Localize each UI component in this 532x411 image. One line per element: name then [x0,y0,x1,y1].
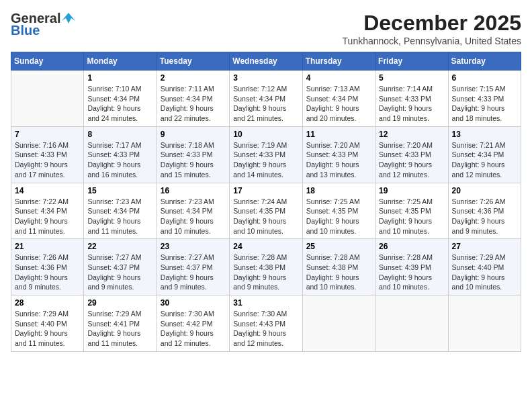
page-title: December 2025 [343,11,521,36]
calendar-cell: 16Sunrise: 7:23 AM Sunset: 4:34 PM Dayli… [157,183,229,239]
day-number: 21 [15,242,80,251]
calendar-cell [302,295,375,352]
logo-bird-icon [62,11,75,25]
calendar-week-row: 7Sunrise: 7:16 AM Sunset: 4:33 PM Daylig… [11,126,521,183]
calendar-header-row: SundayMondayTuesdayWednesdayThursdayFrid… [11,52,521,71]
day-info: Sunrise: 7:19 AM Sunset: 4:33 PM Dayligh… [233,140,298,180]
day-info: Sunrise: 7:10 AM Sunset: 4:34 PM Dayligh… [87,84,152,124]
calendar-cell: 19Sunrise: 7:25 AM Sunset: 4:35 PM Dayli… [375,183,448,239]
day-info: Sunrise: 7:27 AM Sunset: 4:37 PM Dayligh… [87,253,152,292]
day-info: Sunrise: 7:26 AM Sunset: 4:36 PM Dayligh… [452,197,517,236]
day-number: 29 [87,298,152,308]
day-info: Sunrise: 7:27 AM Sunset: 4:37 PM Dayligh… [161,253,226,292]
day-info: Sunrise: 7:18 AM Sunset: 4:33 PM Dayligh… [161,140,226,180]
day-number: 13 [452,130,517,139]
logo: General Blue [11,11,75,38]
day-info: Sunrise: 7:17 AM Sunset: 4:33 PM Dayligh… [87,140,152,180]
day-number: 11 [306,130,371,139]
day-info: Sunrise: 7:29 AM Sunset: 4:40 PM Dayligh… [15,309,80,349]
calendar-cell: 2Sunrise: 7:11 AM Sunset: 4:34 PM Daylig… [157,71,229,127]
calendar-cell: 6Sunrise: 7:15 AM Sunset: 4:33 PM Daylig… [448,71,521,127]
day-number: 30 [161,298,226,308]
day-number: 9 [161,130,226,139]
day-info: Sunrise: 7:30 AM Sunset: 4:42 PM Dayligh… [161,309,226,349]
day-info: Sunrise: 7:24 AM Sunset: 4:35 PM Dayligh… [233,197,298,236]
calendar-cell: 9Sunrise: 7:18 AM Sunset: 4:33 PM Daylig… [157,126,229,183]
calendar-cell [448,295,521,352]
day-info: Sunrise: 7:29 AM Sunset: 4:40 PM Dayligh… [452,253,517,292]
day-number: 10 [233,130,298,139]
calendar-cell: 22Sunrise: 7:27 AM Sunset: 4:37 PM Dayli… [84,239,157,295]
day-info: Sunrise: 7:11 AM Sunset: 4:34 PM Dayligh… [161,84,226,124]
day-number: 22 [87,242,152,251]
page-subtitle: Tunkhannock, Pennsylvania, United States [343,36,521,46]
day-number: 4 [306,73,371,83]
day-info: Sunrise: 7:28 AM Sunset: 4:39 PM Dayligh… [379,253,444,292]
day-number: 27 [452,242,517,251]
day-number: 1 [87,73,152,83]
calendar-cell: 27Sunrise: 7:29 AM Sunset: 4:40 PM Dayli… [448,239,521,295]
calendar-week-row: 1Sunrise: 7:10 AM Sunset: 4:34 PM Daylig… [11,71,521,127]
day-info: Sunrise: 7:28 AM Sunset: 4:38 PM Dayligh… [233,253,298,292]
calendar-cell: 18Sunrise: 7:25 AM Sunset: 4:35 PM Dayli… [302,183,375,239]
calendar-cell: 23Sunrise: 7:27 AM Sunset: 4:37 PM Dayli… [157,239,229,295]
calendar-cell: 26Sunrise: 7:28 AM Sunset: 4:39 PM Dayli… [375,239,448,295]
day-number: 7 [15,130,80,139]
calendar-cell: 10Sunrise: 7:19 AM Sunset: 4:33 PM Dayli… [230,126,302,183]
day-info: Sunrise: 7:16 AM Sunset: 4:33 PM Dayligh… [15,140,80,180]
day-number: 14 [15,186,80,195]
day-number: 8 [87,130,152,139]
day-number: 6 [452,73,517,83]
calendar-cell: 11Sunrise: 7:20 AM Sunset: 4:33 PM Dayli… [302,126,375,183]
day-number: 15 [87,186,152,195]
calendar-cell: 5Sunrise: 7:14 AM Sunset: 4:33 PM Daylig… [375,71,448,127]
day-info: Sunrise: 7:30 AM Sunset: 4:43 PM Dayligh… [233,309,298,349]
calendar-cell: 17Sunrise: 7:24 AM Sunset: 4:35 PM Dayli… [230,183,302,239]
col-header-friday: Friday [375,52,448,71]
calendar-cell: 25Sunrise: 7:28 AM Sunset: 4:38 PM Dayli… [302,239,375,295]
day-number: 5 [379,73,444,83]
day-info: Sunrise: 7:25 AM Sunset: 4:35 PM Dayligh… [306,197,371,236]
calendar-cell: 20Sunrise: 7:26 AM Sunset: 4:36 PM Dayli… [448,183,521,239]
col-header-sunday: Sunday [11,52,84,71]
calendar-cell: 1Sunrise: 7:10 AM Sunset: 4:34 PM Daylig… [84,71,157,127]
calendar-cell: 7Sunrise: 7:16 AM Sunset: 4:33 PM Daylig… [11,126,84,183]
day-info: Sunrise: 7:26 AM Sunset: 4:36 PM Dayligh… [15,253,80,292]
col-header-wednesday: Wednesday [230,52,302,71]
calendar-cell: 14Sunrise: 7:22 AM Sunset: 4:34 PM Dayli… [11,183,84,239]
day-number: 26 [379,242,444,251]
calendar-cell: 21Sunrise: 7:26 AM Sunset: 4:36 PM Dayli… [11,239,84,295]
day-info: Sunrise: 7:20 AM Sunset: 4:33 PM Dayligh… [306,140,371,180]
day-info: Sunrise: 7:29 AM Sunset: 4:41 PM Dayligh… [87,309,152,349]
day-info: Sunrise: 7:20 AM Sunset: 4:33 PM Dayligh… [379,140,444,180]
calendar-cell: 3Sunrise: 7:12 AM Sunset: 4:34 PM Daylig… [230,71,302,127]
day-info: Sunrise: 7:15 AM Sunset: 4:33 PM Dayligh… [452,84,517,124]
day-info: Sunrise: 7:12 AM Sunset: 4:34 PM Dayligh… [233,84,298,124]
day-number: 23 [161,242,226,251]
day-info: Sunrise: 7:23 AM Sunset: 4:34 PM Dayligh… [87,197,152,236]
title-block: December 2025 Tunkhannock, Pennsylvania,… [343,11,521,46]
day-info: Sunrise: 7:14 AM Sunset: 4:33 PM Dayligh… [379,84,444,124]
day-info: Sunrise: 7:28 AM Sunset: 4:38 PM Dayligh… [306,253,371,292]
col-header-saturday: Saturday [448,52,521,71]
calendar-cell: 29Sunrise: 7:29 AM Sunset: 4:41 PM Dayli… [84,295,157,352]
day-info: Sunrise: 7:22 AM Sunset: 4:34 PM Dayligh… [15,197,80,236]
col-header-monday: Monday [84,52,157,71]
day-number: 25 [306,242,371,251]
day-info: Sunrise: 7:13 AM Sunset: 4:34 PM Dayligh… [306,84,371,124]
page-header: General Blue December 2025 Tunkhannock, … [11,11,521,46]
day-number: 19 [379,186,444,195]
calendar-cell: 8Sunrise: 7:17 AM Sunset: 4:33 PM Daylig… [84,126,157,183]
calendar-cell: 15Sunrise: 7:23 AM Sunset: 4:34 PM Dayli… [84,183,157,239]
day-number: 24 [233,242,298,251]
col-header-thursday: Thursday [302,52,375,71]
day-info: Sunrise: 7:25 AM Sunset: 4:35 PM Dayligh… [379,197,444,236]
calendar-cell: 4Sunrise: 7:13 AM Sunset: 4:34 PM Daylig… [302,71,375,127]
day-info: Sunrise: 7:21 AM Sunset: 4:34 PM Dayligh… [452,140,517,180]
day-number: 17 [233,186,298,195]
day-number: 31 [233,298,298,308]
calendar-cell [375,295,448,352]
calendar-cell: 13Sunrise: 7:21 AM Sunset: 4:34 PM Dayli… [448,126,521,183]
calendar-week-row: 14Sunrise: 7:22 AM Sunset: 4:34 PM Dayli… [11,183,521,239]
calendar-cell: 28Sunrise: 7:29 AM Sunset: 4:40 PM Dayli… [11,295,84,352]
